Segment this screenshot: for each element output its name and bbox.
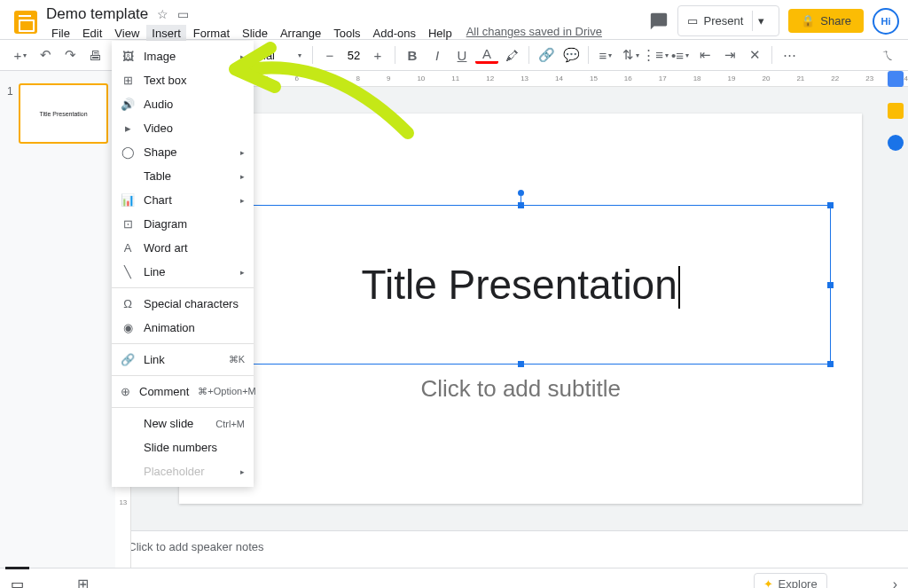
- menu-file[interactable]: File: [46, 25, 75, 42]
- textbox-icon: ⊞: [121, 74, 135, 87]
- insert-diagram[interactable]: ⊡Diagram: [112, 212, 254, 236]
- resize-handle[interactable]: [827, 282, 834, 288]
- video-icon: ▸: [121, 122, 135, 135]
- subtitle-textbox[interactable]: Click to add subtitle: [210, 375, 831, 403]
- bulleted-list-button[interactable]: •≡: [669, 43, 692, 67]
- line-icon: ╲: [121, 265, 135, 278]
- explore-label: Explore: [779, 577, 818, 588]
- insert-textbox[interactable]: ⊞Text box: [112, 68, 254, 92]
- doc-title[interactable]: Demo template: [46, 5, 148, 23]
- italic-button[interactable]: I: [426, 43, 449, 67]
- insert-newslide[interactable]: New slideCtrl+M: [112, 412, 254, 435]
- text-color-button[interactable]: A: [475, 46, 498, 64]
- audio-icon: 🔊: [121, 98, 135, 111]
- insert-wordart[interactable]: AWord art: [112, 236, 254, 260]
- clear-format-button[interactable]: ✕: [743, 43, 766, 67]
- font-family-select[interactable]: Arial: [252, 49, 296, 62]
- insert-image[interactable]: 🖼Image▸: [112, 44, 254, 68]
- new-slide-button[interactable]: +: [9, 43, 32, 67]
- special-char-icon: Ω: [121, 297, 135, 310]
- insert-shape[interactable]: ◯Shape▸: [112, 140, 254, 164]
- insert-audio[interactable]: 🔊Audio: [112, 92, 254, 116]
- menu-slide[interactable]: Slide: [237, 25, 273, 42]
- collapse-toolbar-button[interactable]: ㄟ: [876, 43, 899, 67]
- slide[interactable]: Title Presentation Click to add subtitle: [179, 114, 862, 504]
- slides-logo[interactable]: [9, 5, 43, 39]
- bold-button[interactable]: B: [401, 43, 424, 67]
- tasks-icon[interactable]: [888, 135, 904, 151]
- print-button[interactable]: 🖶: [83, 43, 106, 67]
- explore-button[interactable]: ✦ Explore: [754, 573, 827, 588]
- chart-icon: 📊: [121, 193, 135, 207]
- menu-arrange[interactable]: Arrange: [275, 25, 326, 42]
- present-icon: ▭: [687, 14, 698, 27]
- insert-animation[interactable]: ◉Animation: [112, 316, 254, 340]
- menu-format[interactable]: Format: [188, 25, 235, 42]
- resize-handle[interactable]: [518, 202, 524, 208]
- redo-button[interactable]: ↷: [59, 43, 82, 67]
- menu-insert[interactable]: Insert: [146, 25, 186, 42]
- explore-icon: ✦: [763, 577, 773, 588]
- align-button[interactable]: ≡: [594, 43, 617, 67]
- insert-special-chars[interactable]: ΩSpecial characters: [112, 292, 254, 316]
- line-spacing-button[interactable]: ⇅: [619, 43, 642, 67]
- side-panel-toggle[interactable]: ›: [893, 576, 897, 589]
- share-button[interactable]: 🔒 Share: [788, 9, 864, 33]
- menu-view[interactable]: View: [109, 25, 145, 42]
- link-icon: 🔗: [121, 353, 135, 366]
- highlight-button[interactable]: 🖍: [500, 43, 523, 67]
- thumb-number: 1: [7, 85, 13, 144]
- present-dropdown-icon[interactable]: ▾: [752, 11, 770, 31]
- filmstrip-view-button[interactable]: ▭: [11, 576, 24, 588]
- star-icon[interactable]: ☆: [157, 7, 168, 21]
- slide-thumbnail[interactable]: 1 Title Presentation: [0, 80, 115, 147]
- numbered-list-button[interactable]: ⋮≡: [644, 43, 667, 67]
- lock-icon: 🔒: [801, 14, 815, 27]
- animation-icon: ◉: [121, 321, 135, 334]
- shape-icon: ◯: [121, 145, 135, 159]
- more-tools-button[interactable]: ⋯: [778, 43, 801, 67]
- insert-placeholder: Placeholder▸: [112, 459, 254, 483]
- menu-help[interactable]: Help: [423, 25, 458, 42]
- undo-button[interactable]: ↶: [34, 43, 57, 67]
- insert-link[interactable]: 🔗Link⌘K: [112, 348, 254, 372]
- increase-indent-button[interactable]: ⇥: [718, 43, 741, 67]
- resize-handle[interactable]: [827, 202, 834, 208]
- decrease-indent-button[interactable]: ⇤: [693, 43, 716, 67]
- diagram-icon: ⊡: [121, 217, 135, 231]
- drive-status[interactable]: All changes saved in Drive: [466, 25, 602, 42]
- menu-edit[interactable]: Edit: [77, 25, 107, 42]
- menu-tools[interactable]: Tools: [328, 25, 365, 42]
- comment-history-icon[interactable]: [649, 12, 669, 31]
- grid-view-button[interactable]: ⊞: [77, 576, 89, 588]
- keep-icon[interactable]: [888, 103, 904, 119]
- calendar-icon[interactable]: [888, 71, 904, 87]
- resize-handle[interactable]: [518, 361, 524, 367]
- insert-comment[interactable]: ⊕Comment⌘+Option+M: [112, 380, 254, 404]
- image-icon: 🖼: [121, 50, 135, 63]
- thumb-preview: Title Presentation: [19, 83, 109, 144]
- insert-table[interactable]: Table▸: [112, 164, 254, 188]
- wordart-icon: A: [121, 241, 135, 255]
- menu-addons[interactable]: Add-ons: [368, 25, 421, 42]
- resize-handle[interactable]: [827, 361, 834, 367]
- title-textbox[interactable]: Title Presentation: [210, 205, 831, 365]
- insert-comment-button[interactable]: 💬: [560, 43, 583, 67]
- decrease-font-button[interactable]: −: [318, 43, 341, 67]
- underline-button[interactable]: U: [450, 43, 474, 67]
- insert-slidenumbers[interactable]: Slide numbers: [112, 435, 254, 459]
- speaker-notes[interactable]: Click to add speaker notes: [115, 530, 908, 568]
- increase-font-button[interactable]: +: [366, 43, 389, 67]
- rotate-handle[interactable]: [518, 190, 524, 196]
- account-avatar[interactable]: Hi: [873, 8, 899, 35]
- share-label: Share: [820, 14, 851, 27]
- insert-chart[interactable]: 📊Chart▸: [112, 188, 254, 212]
- present-button[interactable]: ▭ Present ▾: [677, 5, 779, 36]
- insert-video[interactable]: ▸Video: [112, 116, 254, 140]
- move-folder-icon[interactable]: ▭: [177, 7, 189, 21]
- insert-line[interactable]: ╲Line▸: [112, 260, 254, 284]
- font-size-input[interactable]: 52: [343, 49, 364, 62]
- thumbnail-panel: 1 Title Presentation: [0, 71, 115, 568]
- insert-link-button[interactable]: 🔗: [535, 43, 558, 67]
- comment-icon: ⊕: [121, 385, 130, 398]
